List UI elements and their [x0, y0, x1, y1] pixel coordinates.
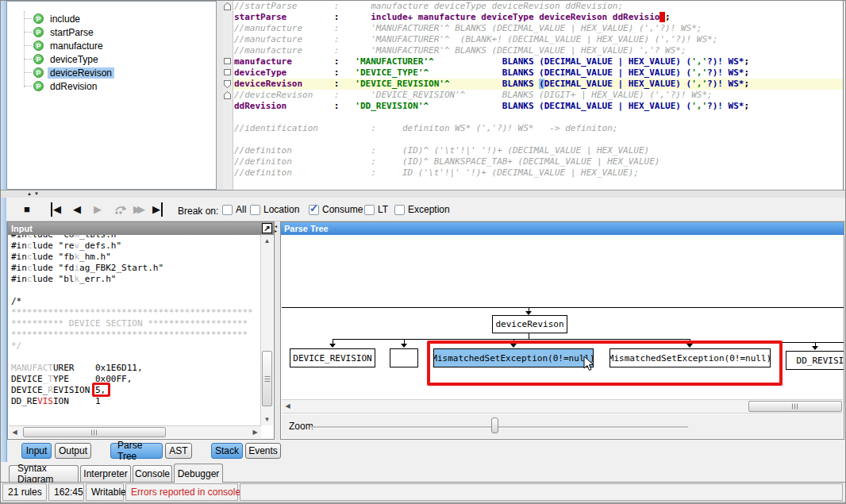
toggle-output[interactable]: Output — [55, 443, 91, 459]
toggle-stack[interactable]: Stack — [211, 443, 243, 459]
editor-line[interactable]: deviceType : 'DEVICE_TYPE'^ BLANKS (DECI… — [233, 67, 843, 79]
rule-fold-marker-icon[interactable] — [224, 91, 231, 99]
editor-line[interactable]: //identification : definiton WS* (','?)!… — [233, 123, 843, 134]
tab-syntax-diagram[interactable]: Syntax Diagram — [9, 465, 79, 482]
checkbox-icon[interactable] — [364, 205, 375, 215]
input-line — [11, 285, 261, 296]
tree-branch-line — [24, 32, 32, 33]
rule-tree-item-deviceRevison[interactable]: PdeviceRevison — [7, 66, 114, 79]
tree-branch-line — [24, 86, 32, 87]
panel-divider[interactable]: ◂▸ — [275, 221, 280, 440]
status-cell: Writable — [86, 483, 124, 501]
input-horizontal-scrollbar[interactable]: ◀ ▶ — [9, 425, 261, 438]
editor-line[interactable]: deviceRevison : 'DEVICE_REVISION'^ BLANK… — [233, 79, 843, 90]
editor-line[interactable] — [233, 134, 843, 145]
checkbox-label: All — [236, 204, 246, 215]
go-to-end-button[interactable]: ▶ — [152, 202, 163, 217]
parse-tree-horizontal-scrollbar[interactable]: ◀ — [282, 399, 843, 414]
editor-line[interactable]: //manufacture : 'MANUFACTURER'^ (BLANK+!… — [233, 34, 843, 45]
step-back-button[interactable]: ◀ — [73, 202, 81, 217]
go-to-start-button[interactable]: ◀ — [51, 202, 61, 217]
scrollbar-thumb[interactable] — [23, 427, 166, 437]
parse-tree-canvas[interactable]: deviceRevisonDEVICE_REVISIONMismatchedSe… — [282, 235, 844, 403]
checkbox-icon[interactable]: ✓ — [309, 205, 319, 215]
toggle-input[interactable]: Input — [21, 443, 52, 459]
parse-tree-node-devicerevison[interactable]: deviceRevison — [492, 315, 567, 333]
rule-tree-label: include — [48, 13, 83, 25]
input-line: DD_REVISION 1 — [11, 396, 261, 407]
toggle-parse-tree[interactable]: Parse Tree — [110, 443, 163, 459]
rule-fold-marker-icon[interactable] — [224, 58, 231, 64]
tab-console[interactable]: Console — [133, 465, 172, 482]
input-line: ****************************************… — [11, 329, 261, 340]
editor-line[interactable]: manufacture : 'MANUFACTURER'^ BLANKS (DE… — [233, 56, 843, 67]
parser-rule-icon: P — [33, 67, 44, 78]
input-text-area[interactable]: #include "com_tbls.h"#include "rev_defs.… — [9, 235, 261, 425]
parse-tree-panel: Parse Tree — [280, 221, 844, 440]
editor-line[interactable]: //definiton : (ID)^ BLANKSPACE_TAB+ (DEC… — [233, 156, 843, 167]
editor-line[interactable]: //deviceRevison : 'DEVICE_REVISION'^ BLA… — [233, 90, 843, 101]
rule-tree-label: deviceType — [48, 54, 101, 65]
step-over-button[interactable] — [113, 202, 127, 217]
break-on-exception-checkbox[interactable]: Exception — [394, 204, 450, 215]
grammar-editor[interactable]: //startParse : manufacture deviceType de… — [223, 1, 844, 190]
rule-fold-marker-icon[interactable] — [224, 80, 231, 88]
rule-tree-item-ddRevision[interactable]: PddRevision — [7, 79, 99, 93]
stop-button[interactable]: ■ — [24, 202, 30, 217]
editor-code[interactable]: //startParse : manufacture deviceType de… — [233, 1, 843, 179]
scroll-down-icon[interactable]: ▼ — [261, 414, 273, 425]
parse-tree-node-device_revision[interactable]: DEVICE_REVISION — [290, 348, 375, 367]
editor-line[interactable]: //definiton : (ID)^ ('\t'!|' '!)+ (DECIM… — [233, 145, 843, 156]
scroll-left-icon[interactable]: ◀ — [282, 400, 294, 412]
editor-line[interactable]: //manufacture : 'MANUFACTURER'^ BLANKS (… — [233, 23, 843, 34]
rule-fold-marker-icon[interactable] — [224, 69, 231, 75]
break-on-lt-checkbox[interactable]: LT — [364, 204, 388, 215]
divider-collapse-icons[interactable]: ◂▸ — [275, 224, 277, 233]
rule-tree-item-startParse[interactable]: PstartParse — [7, 25, 96, 39]
editor-line[interactable]: startParse : include+ manufacture device… — [233, 12, 843, 23]
checkbox-icon[interactable] — [222, 205, 233, 215]
input-line: DEVICE_TYPE 0x00FF, — [11, 374, 261, 385]
editor-line[interactable]: //manufacture : 'MANUFACTURER'^ BLANKS (… — [233, 45, 843, 56]
parse-tree-node-empty[interactable] — [390, 348, 418, 367]
step-forward-button[interactable]: ▶ — [94, 202, 102, 217]
selected-char: ( — [539, 79, 544, 89]
rule-tree-item-include[interactable]: Pinclude — [7, 12, 83, 25]
toggle-events[interactable]: Events — [245, 443, 281, 459]
checkbox-icon[interactable] — [394, 205, 405, 215]
editor-line[interactable]: //startParse : manufacture deviceType de… — [233, 1, 843, 12]
editor-line[interactable]: ddRevision : 'DD_REVISION'^ BLANKS (DECI… — [233, 101, 843, 112]
tab-interpreter[interactable]: Interpreter — [80, 465, 131, 482]
splitter-collapse-icons[interactable]: ▲▼ — [27, 191, 41, 196]
input-panel-header: Input ↗ — [8, 222, 274, 235]
rule-tree-item-manufacture[interactable]: Pmanufacture — [7, 39, 106, 52]
zoom-slider-handle[interactable] — [491, 417, 498, 433]
scroll-right-icon[interactable]: ▶ — [249, 426, 261, 438]
input-vertical-scrollbar[interactable]: ▲ ▼ — [260, 235, 273, 425]
parse-tree-node-dd_revision[interactable]: DD_REVISION — [786, 351, 844, 370]
scroll-up-icon[interactable]: ▲ — [261, 235, 273, 247]
input-line: DEVICE_REVISION 5, — [11, 385, 261, 396]
parser-rule-icon: P — [33, 40, 44, 51]
horizontal-splitter[interactable]: ▲▼ — [1, 190, 846, 198]
scrollbar-thumb[interactable] — [262, 351, 272, 406]
rule-tree-item-deviceType[interactable]: PdeviceType — [7, 52, 101, 66]
editor-line[interactable] — [233, 112, 843, 123]
zoom-slider-track[interactable] — [310, 426, 688, 429]
break-on-all-checkbox[interactable]: All — [222, 204, 246, 215]
fast-forward-button[interactable]: ▶▶ — [133, 202, 145, 217]
status-cell — [240, 483, 843, 501]
rule-fold-marker-icon[interactable] — [224, 2, 231, 10]
parse-tree-panel-header: Parse Tree — [281, 222, 844, 235]
break-on-consume-checkbox[interactable]: ✓Consume — [309, 204, 363, 215]
break-on-location-checkbox[interactable]: Location — [250, 204, 299, 215]
input-line: */ — [11, 340, 261, 352]
editor-line[interactable]: //definiton : ID ('\t'!|' '!)+ (DECIMAL_… — [233, 167, 843, 179]
vertical-splitter[interactable] — [217, 1, 223, 190]
checkbox-icon[interactable] — [250, 205, 260, 215]
toggle-ast[interactable]: AST — [165, 443, 192, 459]
scrollbar-thumb[interactable] — [748, 401, 842, 412]
scroll-left-icon[interactable]: ◀ — [9, 426, 21, 438]
maximize-icon[interactable]: ↗ — [262, 223, 272, 233]
tab-debugger[interactable]: Debugger — [174, 464, 223, 483]
